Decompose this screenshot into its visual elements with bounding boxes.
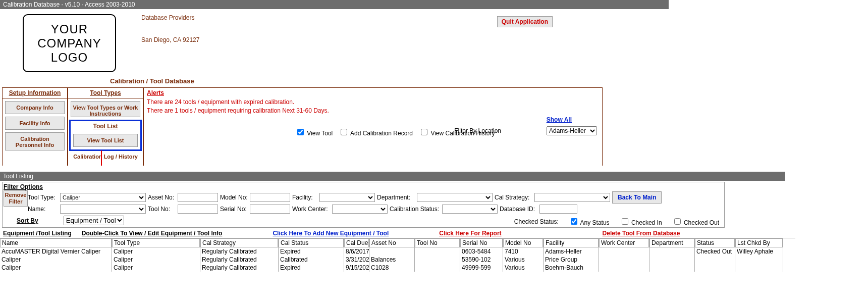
company-info: Database Providers San Diego, CA 92127 [141, 14, 199, 59]
logo-line: COMPANY [37, 36, 101, 50]
top-area: YOUR COMPANY LOGO Database Providers San… [0, 9, 669, 166]
alert-check-cluster: View Tool Add Calibration Record View Ca… [295, 127, 495, 137]
tool-types-header: Tool Types [68, 88, 143, 98]
company-address: San Diego, CA 92127 [141, 36, 199, 43]
alerts-header: Alerts [144, 88, 602, 98]
callout-arrow-icon [101, 150, 102, 166]
view-calibration-history-checkbox-label: View Calibration History [430, 130, 495, 137]
facility-info-button[interactable]: Facility Info [5, 117, 65, 130]
view-calibration-history-checkbox-wrap[interactable]: View Calibration History [419, 127, 495, 137]
alerts-panel: Alerts There are 24 tools / equipment wi… [143, 87, 603, 166]
alert-line-2: There are 1 tools / equipment requiring … [147, 107, 599, 115]
nav-setup-column: Setup Information Company Info Facility … [2, 87, 68, 166]
tool-list-header: Tool List [71, 121, 140, 131]
tool-list-highlight: Tool List View Tool List [69, 120, 142, 151]
view-tool-checkbox-wrap[interactable]: View Tool [295, 127, 333, 137]
quit-application-button[interactable]: Quit Application [497, 16, 553, 27]
logo-line: YOUR [51, 22, 88, 36]
window1-titlebar: Calibration Database - v5.10 - Access 20… [0, 0, 669, 9]
calibration-log-history-link[interactable]: Calibration Log / History [68, 152, 143, 161]
logo-line: LOGO [51, 50, 88, 65]
filter-by-location-select[interactable]: Adams-Heller [547, 126, 597, 135]
setup-information-header: Setup Information [3, 88, 67, 98]
view-tool-types-button[interactable]: View Tool Types or Work Instructions [71, 101, 140, 117]
view-tool-list-button[interactable]: View Tool List [73, 134, 138, 147]
main-panel: Setup Information Company Info Facility … [2, 87, 603, 166]
nav-tool-column: Tool Types View Tool Types or Work Instr… [68, 87, 143, 166]
view-calibration-history-checkbox[interactable] [421, 129, 427, 135]
view-tool-checkbox-label: View Tool [307, 130, 333, 137]
add-calibration-record-checkbox-wrap[interactable]: Add Calibration Record [339, 127, 413, 137]
database-title: Calibration / Tool Database [110, 77, 194, 85]
company-name: Database Providers [141, 14, 199, 21]
alert-line-1: There are 24 tools / equipment with expi… [147, 98, 599, 107]
show-all-link[interactable]: Show All [547, 116, 572, 123]
add-calibration-record-checkbox-label: Add Calibration Record [350, 130, 413, 137]
add-calibration-record-checkbox[interactable] [341, 129, 347, 135]
company-logo-placeholder: YOUR COMPANY LOGO [23, 14, 116, 72]
company-info-button[interactable]: Company Info [5, 101, 65, 114]
alerts-body: There are 24 tools / equipment with expi… [144, 98, 602, 118]
calibration-personnel-info-button[interactable]: Calibration Personnel Info [5, 132, 65, 150]
view-tool-checkbox[interactable] [297, 129, 304, 135]
